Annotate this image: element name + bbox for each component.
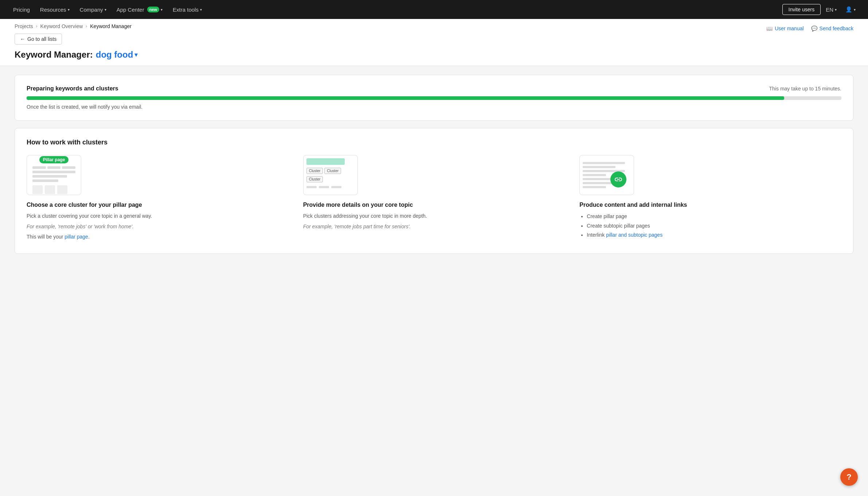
cluster-tag: Cluster	[324, 168, 341, 174]
chevron-down-icon: ▾	[105, 8, 106, 12]
chevron-down-icon: ▾	[854, 8, 856, 12]
invite-users-button[interactable]: Invite users	[782, 4, 821, 15]
pillar-subtopic-link[interactable]: pillar and subtopic pages	[606, 232, 662, 238]
language-selector[interactable]: EN▾	[822, 4, 840, 15]
breadcrumb-keyword-overview[interactable]: Keyword Overview	[40, 23, 83, 29]
cluster-top-bar	[306, 158, 345, 165]
comment-icon: 💬	[811, 26, 817, 31]
progress-label: Preparing keywords and clusters	[27, 85, 118, 92]
help-button[interactable]: ?	[840, 468, 858, 486]
pillar-page-badge: Pillar page	[39, 156, 69, 163]
breadcrumb-separator: ›	[36, 24, 38, 29]
page-title-row: Keyword Manager: dog food ▾	[15, 50, 853, 66]
page-title: Keyword Manager:	[15, 50, 93, 60]
chevron-down-icon: ▾	[161, 8, 163, 12]
chevron-down-icon: ▾	[68, 8, 70, 12]
list-item-1: Create pillar page	[587, 212, 841, 221]
user-manual-link[interactable]: 📖User manual	[766, 26, 804, 31]
pillar-page-illus: Pillar page	[27, 155, 81, 195]
list-item-3: Interlink pillar and subtopic pages	[587, 230, 841, 240]
breadcrumb-actions: 📖User manual 💬Send feedback	[766, 26, 853, 31]
nav-item-resources[interactable]: Resources▾	[36, 4, 74, 15]
back-to-lists-button[interactable]: ← Go to all lists	[15, 34, 62, 44]
list-item-2: Create subtopic pillar pages	[587, 221, 841, 230]
step-2-col: Cluster Cluster Cluster Provide mo	[303, 155, 565, 243]
nav-item-pricing[interactable]: Pricing	[9, 4, 34, 15]
step-2-italic: For example, 'remote jobs part time for …	[303, 222, 565, 230]
page-header: Projects › Keyword Overview › Keyword Ma…	[0, 19, 868, 66]
step-2-body: Pick clusters addressing your core topic…	[303, 212, 565, 220]
progress-sub-text: Once the list is created, we will notify…	[27, 104, 142, 110]
step-1-italic: For example, 'remote jobs' or 'work from…	[27, 222, 289, 230]
breadcrumb-projects[interactable]: Projects	[15, 23, 33, 29]
link-doc-lines	[580, 158, 634, 193]
pillar-page-link[interactable]: pillar page	[64, 234, 88, 240]
breadcrumb-current: Keyword Manager	[90, 23, 132, 29]
main-nav: Pricing Resources▾ Company▾ App Centerne…	[0, 0, 868, 19]
step-1-heading: Choose a core cluster for your pillar pa…	[27, 201, 289, 209]
step-1-tail: This will be your pillar page.	[27, 233, 289, 241]
nav-item-extratools[interactable]: Extra tools▾	[168, 4, 206, 15]
progress-note: This may take up to 15 minutes.	[769, 86, 841, 92]
step-1-col: Pillar page	[27, 155, 289, 243]
step-1-illustration: Pillar page	[27, 155, 289, 195]
book-icon: 📖	[766, 26, 773, 31]
send-feedback-link[interactable]: 💬Send feedback	[811, 26, 853, 31]
title-dropdown-icon[interactable]: ▾	[134, 51, 138, 59]
breadcrumb-separator: ›	[86, 24, 87, 29]
step-3-list: Create pillar page Create subtopic pilla…	[579, 212, 841, 240]
progress-card: Preparing keywords and clusters This may…	[15, 75, 853, 121]
cluster-tag: Cluster	[306, 168, 323, 174]
main-content: Preparing keywords and clusters This may…	[0, 66, 868, 270]
link-icon	[610, 171, 626, 187]
step-3-heading: Produce content and add internal links	[579, 201, 841, 209]
how-to-card: How to work with clusters Pillar page	[15, 128, 853, 254]
how-to-title: How to work with clusters	[27, 139, 841, 146]
step-3-illustration	[579, 155, 841, 195]
how-to-grid: Pillar page	[27, 155, 841, 243]
nav-item-company[interactable]: Company▾	[75, 4, 111, 15]
chevron-down-icon: ▾	[200, 8, 202, 12]
cluster-illus: Cluster Cluster Cluster	[303, 155, 358, 195]
arrow-left-icon: ←	[20, 36, 25, 42]
new-badge: new	[147, 7, 159, 12]
page-title-accent: dog food	[96, 50, 133, 60]
cluster-tag: Cluster	[306, 176, 323, 182]
step-3-col: Produce content and add internal links C…	[579, 155, 841, 243]
breadcrumb: Projects › Keyword Overview › Keyword Ma…	[15, 23, 132, 29]
step-1-body: Pick a cluster covering your core topic …	[27, 212, 289, 220]
step-2-heading: Provide more details on your core topic	[303, 201, 565, 209]
chevron-down-icon: ▾	[835, 8, 837, 12]
progress-bar-bg	[27, 96, 841, 100]
step-2-illustration: Cluster Cluster Cluster	[303, 155, 565, 195]
link-illus	[579, 155, 634, 195]
user-icon: 👤	[845, 6, 852, 13]
progress-bar-fill	[27, 96, 784, 100]
nav-item-appcenter[interactable]: App Centernew▾	[112, 4, 167, 15]
user-menu[interactable]: 👤▾	[842, 4, 859, 15]
